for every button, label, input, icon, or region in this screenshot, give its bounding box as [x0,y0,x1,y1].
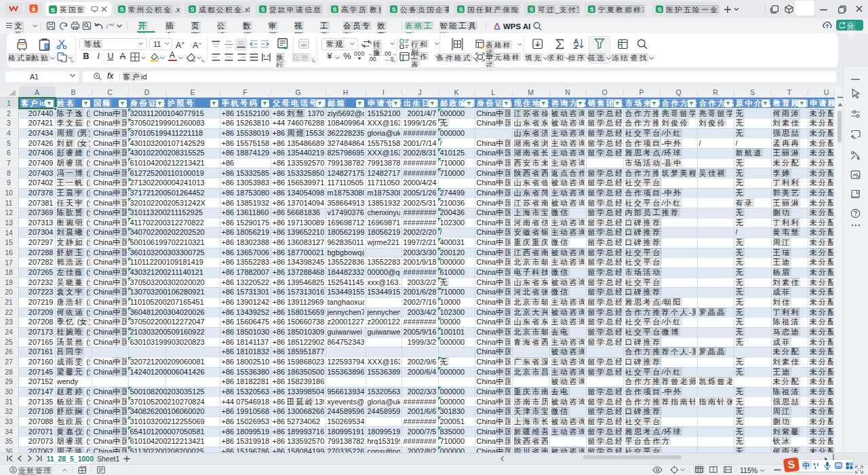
svg-text:S: S [333,6,337,13]
svg-text:S: S [590,6,594,13]
svg-text:S: S [392,6,396,13]
svg-text:S: S [459,6,463,13]
svg-text:S: S [261,6,265,13]
svg-text:S: S [530,6,534,13]
svg-text:S: S [658,6,662,13]
svg-text:S: S [120,6,124,13]
svg-text:S: S [51,5,55,13]
svg-text:S: S [191,6,195,13]
